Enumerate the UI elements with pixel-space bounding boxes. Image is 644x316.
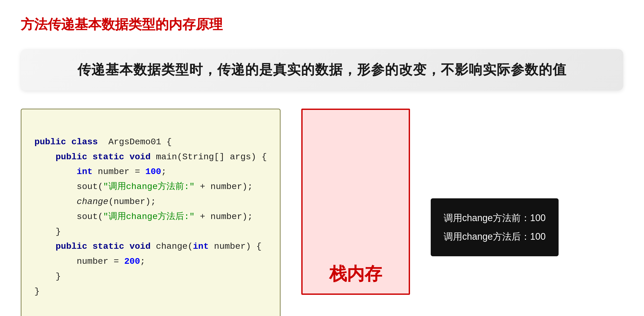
keyword-public-2: public	[56, 152, 87, 162]
concat2: + number);	[195, 212, 253, 222]
keyword-int: int	[77, 167, 92, 177]
class-name: ArgsDemo01 {	[103, 137, 172, 147]
page-container: 方法传递基本数据类型的内存原理 传递基本数据类型时，传递的是真实的数据，形参的改…	[0, 0, 644, 316]
close-change: }	[56, 272, 61, 281]
change-args: (number);	[108, 197, 156, 207]
output-box: 调用change方法前：100 调用change方法后：100	[431, 198, 559, 256]
stack-area: 栈内存	[301, 109, 410, 295]
keyword-void: void	[129, 152, 151, 162]
code-box: public class ArgsDemo01 { public static …	[21, 109, 281, 316]
number-assign: number =	[77, 257, 124, 266]
subtitle-box: 传递基本数据类型时，传递的是真实的数据，形参的改变，不影响实际参数的值	[21, 49, 623, 91]
number-200: 200	[124, 257, 140, 266]
content-area: public class ArgsDemo01 { public static …	[21, 109, 623, 316]
keyword-class: class	[71, 137, 98, 147]
semicolon1: ;	[161, 167, 166, 177]
keyword-int-2: int	[193, 242, 209, 251]
stack-box: 栈内存	[301, 109, 410, 295]
keyword-public: public	[34, 137, 66, 147]
number-decl: number =	[92, 167, 145, 177]
sout2: sout(	[77, 212, 103, 222]
close-class: }	[34, 287, 40, 296]
main-sig: main(String[] args) {	[151, 152, 267, 162]
code-block: public class ArgsDemo01 { public static …	[34, 120, 267, 314]
change-call: change	[77, 197, 108, 207]
close-main: }	[56, 227, 61, 237]
keyword-static: static	[92, 152, 124, 162]
keyword-public-3: public	[56, 242, 87, 251]
str-after: "调用change方法后:"	[103, 212, 195, 222]
change-param: number) {	[209, 242, 261, 251]
output-line-2: 调用change方法后：100	[444, 227, 546, 246]
number-100: 100	[145, 167, 161, 177]
keyword-void-2: void	[129, 242, 151, 251]
concat1: + number);	[195, 182, 253, 192]
sout1: sout(	[77, 182, 103, 192]
semicolon2: ;	[140, 257, 145, 266]
page-title: 方法传递基本数据类型的内存原理	[21, 16, 623, 34]
change-sig: change(	[151, 242, 193, 251]
str-before: "调用change方法前:"	[103, 182, 195, 192]
output-line-1: 调用change方法前：100	[444, 209, 546, 227]
keyword-static-2: static	[92, 242, 124, 251]
stack-label: 栈内存	[329, 262, 382, 286]
subtitle-text: 传递基本数据类型时，传递的是真实的数据，形参的改变，不影响实际参数的值	[77, 62, 567, 77]
